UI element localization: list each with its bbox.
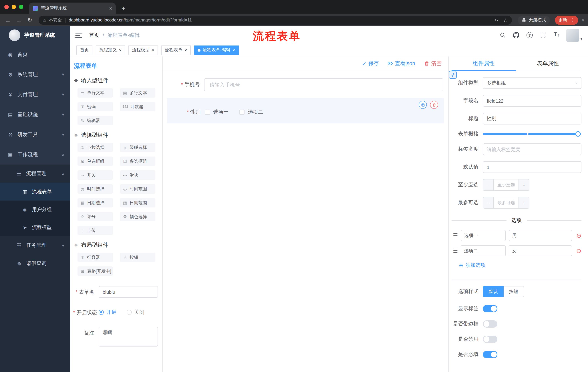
field-name-input[interactable] — [483, 95, 581, 107]
decrease-button[interactable]: − — [483, 180, 494, 190]
option-2-value-input[interactable] — [509, 245, 572, 256]
sidebar-item-process-model[interactable]: ➤ 流程模型 — [0, 218, 70, 236]
user-menu[interactable]: ▾ — [566, 29, 582, 42]
component-row-container[interactable]: ◫行容器 — [77, 253, 113, 262]
status-radio-off[interactable]: 关闭 — [127, 309, 145, 316]
required-toggle[interactable] — [483, 351, 497, 358]
component-radio-group[interactable]: ◉单选框组 — [77, 157, 113, 166]
clear-button[interactable]: 清空 — [424, 60, 442, 67]
tag-process-definition[interactable]: 流程定义 × — [96, 45, 125, 55]
back-icon[interactable]: ← — [4, 17, 12, 23]
copy-field-button[interactable] — [419, 101, 427, 109]
component-upload[interactable]: ⇪上传 — [77, 226, 113, 235]
style-default-button[interactable]: 默认 — [483, 286, 504, 297]
bookmark-star-icon[interactable]: ☆ — [503, 17, 507, 23]
font-size-icon[interactable]: T↕ — [553, 31, 560, 39]
checkbox-option-2[interactable]: 选项二 — [239, 109, 263, 115]
tab-close-icon[interactable]: × — [109, 6, 112, 11]
status-radio-on[interactable]: 开启 — [99, 309, 116, 316]
component-checkbox-group[interactable]: ☑多选框组 — [120, 157, 155, 166]
component-color-picker[interactable]: ❂颜色选择 — [120, 212, 155, 221]
sidebar-item-infra[interactable]: ▤ 基础设施 ∨ — [0, 105, 70, 125]
address-bar[interactable]: ⚠ 不安全 dashboard.yudao.iocoder.cn /bpm/ma… — [39, 15, 512, 25]
tab-component-props[interactable]: 组件属性 — [452, 56, 516, 71]
disabled-toggle[interactable] — [483, 336, 497, 343]
tag-process-form[interactable]: 流程表单 × — [161, 45, 191, 55]
drag-handle-icon[interactable]: ☰ — [453, 247, 458, 254]
remove-option-icon[interactable]: ⊖ — [576, 248, 582, 254]
component-time-range[interactable]: ◴时间范围 — [120, 184, 155, 194]
sidebar-item-leave-query[interactable]: ☺ 请假查询 — [0, 255, 70, 273]
option-2-name-input[interactable] — [461, 245, 506, 256]
component-slider[interactable]: ⊷滑块 — [120, 170, 155, 180]
tab-form-props[interactable]: 表单属性 — [516, 56, 580, 71]
component-switch[interactable]: ⊸开关 — [77, 170, 113, 180]
save-button[interactable]: ✓ 保存 — [362, 60, 379, 67]
component-rate[interactable]: ☆评分 — [77, 212, 113, 221]
option-1-name-input[interactable] — [461, 230, 506, 241]
close-icon[interactable]: × — [184, 48, 187, 52]
field-phone-input[interactable] — [204, 78, 443, 91]
browser-menu-icon[interactable]: ⋮ — [570, 18, 574, 22]
tag-process-form-edit[interactable]: 流程表单-编辑 × — [194, 45, 239, 55]
sidebar-item-process-form[interactable]: ▥ 流程表单 — [0, 183, 70, 201]
add-option-button[interactable]: ⊕ 添加选项 — [459, 262, 588, 269]
component-password[interactable]: ⚿密码 — [77, 102, 113, 111]
security-label[interactable]: 不安全 — [49, 17, 62, 23]
option-1-value-input[interactable] — [509, 230, 572, 241]
sidebar-item-process-management[interactable]: ☰ 流程管理 ∧ — [0, 165, 70, 183]
component-type-select[interactable]: 多选框组 ∨ — [483, 77, 581, 89]
link-icon-button[interactable] — [449, 71, 457, 79]
sidebar-collapse-icon[interactable] — [75, 32, 82, 38]
component-single-line-text[interactable]: ▭单行文本 — [77, 88, 113, 97]
password-key-icon[interactable] — [494, 18, 499, 22]
label-width-input[interactable] — [483, 143, 581, 155]
component-select[interactable]: ◎下拉选择 — [77, 143, 113, 152]
increase-button[interactable]: + — [518, 180, 529, 190]
selected-field-gender[interactable]: 性别 选项一 选项二 — [167, 98, 444, 123]
component-time-picker[interactable]: ◷时间选择 — [77, 184, 113, 194]
fullscreen-icon[interactable] — [539, 31, 547, 39]
minimize-window-button[interactable] — [12, 5, 16, 9]
component-table-dev[interactable]: ⊞表格[开发中] — [77, 266, 113, 276]
default-value-input[interactable] — [483, 161, 581, 173]
style-button-button[interactable]: 按钮 — [504, 286, 524, 297]
show-label-toggle[interactable] — [483, 305, 497, 312]
breadcrumb-home[interactable]: 首页 — [89, 32, 99, 38]
sidebar-item-user-group[interactable]: ☻ 用户分组 — [0, 201, 70, 218]
max-select-value[interactable]: 最多可选 — [494, 197, 518, 208]
title-input[interactable] — [483, 113, 581, 125]
browser-tab[interactable]: 芋道管理系统 × — [29, 2, 116, 14]
field-phone[interactable]: 手机号 — [167, 74, 444, 95]
sidebar-item-system[interactable]: ⚙ 系统管理 ∨ — [0, 64, 70, 85]
sidebar-item-home[interactable]: ◉ 首页 — [0, 44, 70, 64]
component-date-range[interactable]: ▧日期范围 — [120, 198, 155, 207]
sidebar-item-payment[interactable]: ¥ 支付管理 ∨ — [0, 85, 70, 105]
close-icon[interactable]: × — [232, 48, 235, 52]
browser-update-button[interactable]: 更新 ⋮ — [555, 15, 578, 25]
drag-handle-icon[interactable]: ☰ — [453, 232, 458, 239]
close-icon[interactable]: × — [119, 48, 122, 52]
sidebar-logo[interactable]: 芋道管理系统 — [0, 26, 70, 44]
sidebar-item-devtools[interactable]: ⚒ 研发工具 ∨ — [0, 125, 70, 145]
min-select-value[interactable]: 至少应选 — [494, 180, 518, 190]
form-remark-textarea[interactable]: 嘿嘿 — [99, 327, 158, 347]
tag-home[interactable]: 首页 — [76, 45, 92, 55]
close-icon[interactable]: × — [152, 48, 154, 52]
border-toggle[interactable] — [483, 320, 497, 328]
decrease-button[interactable]: − — [483, 197, 494, 208]
close-window-button[interactable] — [4, 5, 9, 9]
new-tab-button[interactable]: + — [122, 5, 125, 12]
forward-icon[interactable]: → — [15, 17, 23, 23]
toolbar-chevron-icon[interactable]: ∨ — [582, 18, 584, 22]
github-icon[interactable] — [513, 31, 520, 39]
help-icon[interactable]: ? — [526, 31, 533, 39]
component-counter[interactable]: 123计数器 — [120, 102, 155, 111]
remove-option-icon[interactable]: ⊖ — [576, 233, 582, 239]
form-name-input[interactable] — [99, 286, 158, 298]
grid-slider[interactable] — [483, 133, 578, 135]
reload-icon[interactable]: ↻ — [25, 17, 34, 23]
slider-handle[interactable] — [575, 131, 581, 137]
component-editor[interactable]: ✎编辑器 — [77, 116, 113, 125]
component-cascader[interactable]: ⋔级联选择 — [120, 143, 155, 152]
